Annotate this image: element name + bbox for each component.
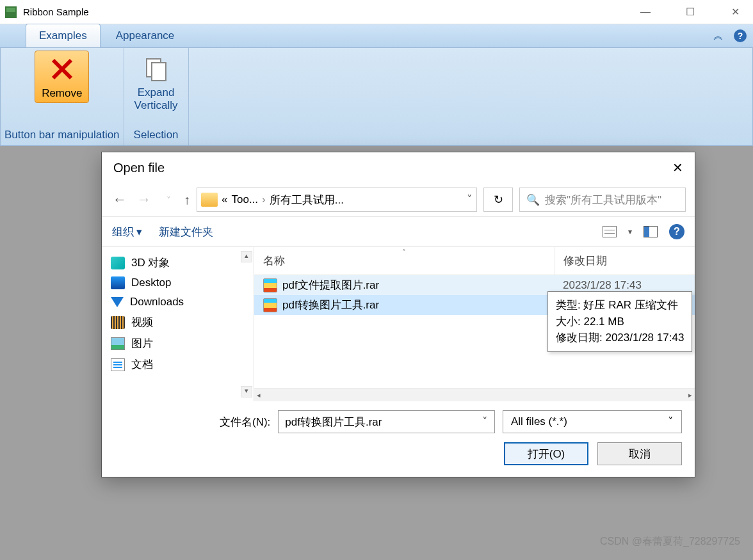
open-file-dialog: Open file ✕ ← → ˅ ↑ « Too... › 所有工具试用...… xyxy=(101,152,695,477)
recent-dropdown[interactable]: ˅ xyxy=(159,195,177,205)
bc-overflow: « xyxy=(222,193,227,206)
app-icon xyxy=(5,6,17,18)
tree-item-documents[interactable]: 文档 xyxy=(102,354,254,375)
ribbon-tab-strip: Examples Appearance ︽ ? xyxy=(0,24,753,47)
expand-vertically-button[interactable]: Expand Vertically xyxy=(128,51,184,115)
tree-scrollbar[interactable]: ▴▾ xyxy=(241,251,252,397)
chevron-down-icon[interactable]: ˅ xyxy=(467,193,473,207)
close-button[interactable]: ✕ xyxy=(722,3,748,22)
dialog-nav: ← → ˅ ↑ « Too... › 所有工具试用... ˅ ↻ 🔍 搜索"所有… xyxy=(102,183,695,216)
dialog-close-button[interactable]: ✕ xyxy=(672,160,683,175)
chevron-down-icon: ˅ xyxy=(668,415,674,429)
filter-dropdown[interactable]: All files (*.*) ˅ xyxy=(503,410,682,433)
3d-icon xyxy=(111,257,125,269)
sort-indicator-icon: ˄ xyxy=(402,248,406,257)
back-button[interactable]: ← xyxy=(111,191,129,208)
column-date[interactable]: 修改日期 xyxy=(554,247,695,275)
tab-appearance[interactable]: Appearance xyxy=(103,24,188,47)
search-icon: 🔍 xyxy=(526,193,540,207)
chevron-right-icon: › xyxy=(262,193,266,206)
dialog-footer: 文件名(N): pdf转换图片工具.rar ˅ All files (*.*) … xyxy=(102,401,695,477)
dialog-body: 3D 对象 Desktop Downloads 视频 图片 文档 ▴▾ ˄名称 … xyxy=(102,247,695,401)
breadcrumb[interactable]: « Too... › 所有工具试用... ˅ xyxy=(197,188,477,212)
document-icon xyxy=(111,358,125,371)
video-icon xyxy=(111,316,125,329)
dialog-toolbar: 组织▾ 新建文件夹 ▾ ? xyxy=(102,216,695,247)
group-label: Button bar manipulation xyxy=(4,126,120,144)
view-options-button[interactable] xyxy=(603,226,617,237)
minimize-button[interactable]: — xyxy=(633,3,658,22)
group-selection: Expand Vertically Selection xyxy=(124,48,189,145)
forward-button[interactable]: → xyxy=(135,191,153,208)
expand-icon xyxy=(141,53,172,84)
up-button[interactable]: ↑ xyxy=(184,193,190,207)
download-icon xyxy=(111,297,124,307)
cancel-button[interactable]: 取消 xyxy=(597,442,682,465)
bc-part1[interactable]: Too... xyxy=(231,193,258,206)
remove-label: Remove xyxy=(42,87,82,100)
dialog-titlebar: Open file ✕ xyxy=(102,152,695,183)
chevron-down-icon[interactable]: ▾ xyxy=(628,227,632,236)
rar-icon xyxy=(263,278,277,292)
search-input[interactable]: 🔍 搜索"所有工具试用版本" xyxy=(519,188,686,212)
tree-item-pictures[interactable]: 图片 xyxy=(102,333,254,354)
tree-item-video[interactable]: 视频 xyxy=(102,312,254,333)
svg-rect-3 xyxy=(152,63,166,81)
x-icon xyxy=(47,54,77,84)
group-button-bar-manipulation: Remove Button bar manipulation xyxy=(1,48,124,145)
watermark: CSDN @春蕾夏荷_728297725 xyxy=(600,535,740,548)
help-icon[interactable]: ? xyxy=(734,29,747,42)
file-list: ˄名称 修改日期 pdf文件提取图片.rar 2023/1/28 17:43 p… xyxy=(254,247,695,401)
group-label: Selection xyxy=(134,126,179,144)
horizontal-scrollbar[interactable]: ◂▸ xyxy=(254,388,695,401)
preview-pane-button[interactable] xyxy=(644,226,658,237)
search-placeholder: 搜索"所有工具试用版本" xyxy=(545,193,661,207)
file-tooltip: 类型: 好压 RAR 压缩文件 大小: 22.1 MB 修改日期: 2023/1… xyxy=(547,291,692,352)
expand-label: Expand Vertically xyxy=(134,86,178,113)
new-folder-button[interactable]: 新建文件夹 xyxy=(159,225,213,239)
filename-input[interactable]: pdf转换图片工具.rar ˅ xyxy=(278,410,495,433)
chevron-down-icon[interactable]: ˅ xyxy=(482,415,488,429)
organize-menu[interactable]: 组织▾ xyxy=(112,225,142,239)
help-icon[interactable]: ? xyxy=(669,224,684,239)
chevron-down-icon: ▾ xyxy=(136,225,142,239)
tab-examples[interactable]: Examples xyxy=(26,24,101,47)
ribbon-panel: Remove Button bar manipulation Expand Ve… xyxy=(0,47,753,146)
rar-icon xyxy=(263,298,277,312)
window-title: Ribbon Sample xyxy=(23,6,89,17)
maximize-button[interactable]: ☐ xyxy=(677,3,703,22)
folder-icon xyxy=(201,193,218,207)
main-titlebar: Ribbon Sample — ☐ ✕ xyxy=(0,0,753,24)
tree-item-3d[interactable]: 3D 对象 xyxy=(102,252,254,273)
desktop-icon xyxy=(111,276,125,289)
filename-label: 文件名(N): xyxy=(220,415,270,429)
picture-icon xyxy=(111,337,125,350)
collapse-ribbon-icon[interactable]: ︽ xyxy=(712,29,725,43)
bc-part2[interactable]: 所有工具试用... xyxy=(270,193,344,207)
remove-button[interactable]: Remove xyxy=(35,51,89,103)
folder-tree[interactable]: 3D 对象 Desktop Downloads 视频 图片 文档 ▴▾ xyxy=(102,247,254,401)
file-list-header: ˄名称 修改日期 xyxy=(254,247,695,275)
open-button[interactable]: 打开(O) xyxy=(504,442,588,465)
tree-item-desktop[interactable]: Desktop xyxy=(102,273,254,292)
tree-item-downloads[interactable]: Downloads xyxy=(102,292,254,312)
column-name[interactable]: ˄名称 xyxy=(254,247,554,275)
refresh-button[interactable]: ↻ xyxy=(483,188,513,212)
dialog-title: Open file xyxy=(113,161,165,175)
